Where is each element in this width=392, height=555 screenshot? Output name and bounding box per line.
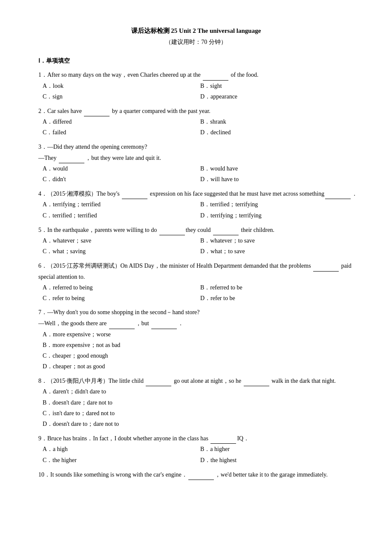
question-2: 2．Car sales have by a quarter compared w… — [34, 105, 358, 138]
option-2c: C．failed — [43, 127, 200, 138]
question-2-text: 2．Car sales have by a quarter compared w… — [38, 105, 358, 116]
question-5-text: 5．In the earthquake，parents were willing… — [38, 224, 358, 235]
question-7: 7．—Why don't you do some shopping in the… — [34, 307, 358, 372]
option-6b: B．referred to be — [200, 282, 358, 293]
option-5a: A．whatever；save — [43, 235, 200, 246]
question-10: 10．It sounds like something is wrong wit… — [34, 469, 358, 480]
question-4: 4．（2015·湘潭模拟）The boy's expression on his… — [34, 188, 358, 221]
question-8-text: 8．（2015·衡阳八中月考）The little child go out a… — [38, 375, 358, 386]
option-9a: A．a high — [43, 444, 200, 454]
option-7d: D．cheaper；not as good — [43, 361, 358, 372]
question-4-text: 4．（2015·湘潭模拟）The boy's expression on his… — [38, 188, 358, 199]
option-3d: D．will have to — [200, 174, 358, 185]
question-3: 3．—Did they attend the opening ceremony?… — [34, 142, 358, 185]
section1: Ⅰ．单项填空 1．After so many days on the way，e… — [34, 57, 358, 480]
section1-title: Ⅰ．单项填空 — [38, 57, 358, 65]
question-1: 1．After so many days on the way，even Cha… — [34, 69, 358, 102]
option-9c: C．the higher — [43, 455, 200, 465]
option-1d: D．appearance — [200, 91, 358, 102]
question-5: 5．In the earthquake，parents were willing… — [34, 224, 358, 257]
option-5c: C．what；saving — [43, 246, 200, 257]
question-9: 9．Bruce has brains．In fact，I doubt wheth… — [34, 433, 358, 465]
option-7c: C．cheaper；good enough — [43, 350, 358, 361]
option-6c: C．refer to being — [43, 293, 200, 304]
option-4a: A．terrifying；terrified — [43, 199, 200, 210]
option-9b: B．a higher — [200, 444, 358, 454]
option-9d: D．the highest — [200, 455, 358, 465]
option-1a: A．look — [43, 81, 200, 91]
page-title: 课后达标检测 25 Unit 2 The universal language — [34, 26, 358, 36]
option-3b: B．would have — [200, 163, 358, 174]
question-8: 8．（2015·衡阳八中月考）The little child go out a… — [34, 375, 358, 429]
option-6a: A．referred to being — [43, 282, 200, 293]
question-6-text: 6．（2015·江苏常州调研测试）On AIDS Day，the ministe… — [38, 260, 358, 282]
question-6: 6．（2015·江苏常州调研测试）On AIDS Day，the ministe… — [34, 260, 358, 304]
option-4c: C．terrified；terrified — [43, 210, 200, 221]
option-8a: A．daren't；didn't dare to — [43, 386, 358, 397]
page-subtitle: （建议用时：70 分钟） — [34, 38, 358, 47]
question-7-text: 7．—Why don't you do some shopping in the… — [38, 307, 358, 318]
option-4d: D．terrifying；terrifying — [200, 210, 358, 221]
option-3a: A．would — [43, 163, 200, 174]
option-1b: B．sight — [200, 81, 358, 91]
option-7b: B．more expensive；not as bad — [43, 340, 358, 350]
option-2a: A．differed — [43, 116, 200, 127]
option-2d: D．declined — [200, 127, 358, 138]
option-5d: D．what；to save — [200, 246, 358, 257]
question-10-text: 10．It sounds like something is wrong wit… — [38, 469, 358, 480]
option-8b: B．doesn't dare；dare not to — [43, 397, 358, 408]
question-3-text2: —They ，but they were late and quit it. — [38, 152, 358, 163]
option-3c: C．didn't — [43, 174, 200, 185]
option-1c: C．sign — [43, 91, 200, 102]
question-7-text2: —Well，the goods there are ，but ． — [38, 318, 358, 329]
question-1-text: 1．After so many days on the way，even Cha… — [38, 69, 358, 80]
option-5b: B．whatever；to save — [200, 235, 358, 246]
option-8c: C．isn't dare to；dared not to — [43, 408, 358, 419]
option-7a: A．more expensive；worse — [43, 329, 358, 340]
question-3-text: 3．—Did they attend the opening ceremony? — [38, 142, 358, 152]
question-9-text: 9．Bruce has brains．In fact，I doubt wheth… — [38, 433, 358, 444]
option-4b: B．terrified；terrifying — [200, 199, 358, 210]
option-6d: D．refer to be — [200, 293, 358, 304]
option-2b: B．shrank — [200, 116, 358, 127]
option-8d: D．doesn't dare to；dare not to — [43, 419, 358, 429]
